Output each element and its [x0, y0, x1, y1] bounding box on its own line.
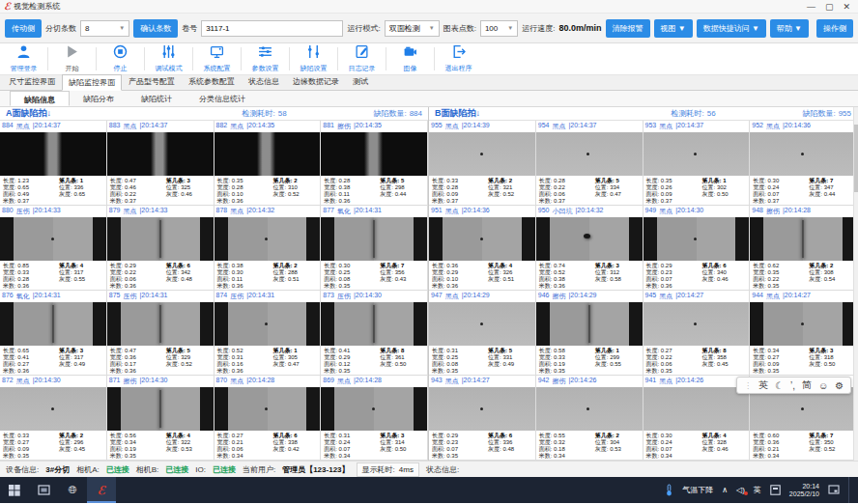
help-menu-button[interactable]: 帮助 ▼: [770, 19, 809, 38]
ime-toolbar[interactable]: ⋮ 英 ☾ ’, 简 ☺ ⚙: [736, 377, 851, 394]
defect-thumbnail[interactable]: [0, 132, 106, 176]
defect-cell-878[interactable]: 878黑点|20:14:32长度: 0.38宽度: 0.30面积: 0.11米数…: [214, 206, 322, 291]
defect-thumbnail[interactable]: [536, 302, 643, 346]
action-log-button[interactable]: 日志记录: [340, 44, 384, 73]
ime-language-badge[interactable]: 英: [754, 485, 761, 495]
defect-cell-951[interactable]: 951黑点|20:14:36长度: 0.36宽度: 0.29面积: 0.10米数…: [429, 206, 536, 291]
defect-thumbnail[interactable]: [429, 217, 535, 261]
notification-icon[interactable]: [828, 485, 840, 495]
defect-thumbnail[interactable]: [644, 132, 750, 176]
defect-cell-948[interactable]: 948擦伤|20:14:28长度: 0.62宽度: 0.35面积: 0.22米数…: [750, 206, 857, 291]
maximize-button[interactable]: ▢: [825, 2, 834, 12]
defect-thumbnail[interactable]: [644, 387, 750, 431]
clear-alarm-button[interactable]: 清除报警: [606, 19, 650, 38]
start-button[interactable]: [0, 477, 29, 503]
run-mode-select[interactable]: 双面检测▼: [385, 20, 440, 37]
taskbar-app-browser[interactable]: 🌐︎: [58, 477, 87, 503]
ime-panel-icon[interactable]: [770, 485, 781, 495]
weather-text[interactable]: 气温下降: [682, 485, 713, 495]
defect-thumbnail[interactable]: [321, 387, 427, 431]
chart-points-select[interactable]: 100▼: [480, 20, 518, 37]
defect-thumbnail[interactable]: [214, 302, 321, 346]
defect-cell-871[interactable]: 871擦伤|20:14:30长度: 0.56宽度: 0.34面积: 0.19米数…: [107, 376, 214, 461]
tab-系统参数配置[interactable]: 系统参数配置: [182, 73, 242, 90]
action-monitor-button[interactable]: 系统配置: [195, 44, 239, 73]
defect-cell-881[interactable]: 881擦伤|20:14:35长度: 0.28宽度: 0.38面积: 0.11米数…: [321, 121, 428, 206]
defect-cell-950[interactable]: 950小凹坑|20:14:32长度: 0.74宽度: 0.52面积: 0.38米…: [536, 206, 644, 291]
ime-drag-handle[interactable]: ⋮: [744, 381, 752, 390]
confirm-count-button[interactable]: 确认条数: [133, 19, 178, 38]
defect-thumbnail[interactable]: [750, 132, 856, 176]
subtab-缺陷分布[interactable]: 缺陷分布: [70, 91, 128, 106]
defect-thumbnail[interactable]: [0, 217, 106, 261]
action-debug-button[interactable]: 调试模式: [147, 44, 190, 73]
taskbar-clock[interactable]: 20:14 2025/2/10: [789, 483, 819, 498]
vertical-scrollbar[interactable]: [853, 107, 858, 461]
defect-thumbnail[interactable]: [750, 217, 856, 261]
defect-thumbnail[interactable]: [644, 302, 750, 346]
roll-number-input[interactable]: [201, 20, 343, 37]
task-view-button[interactable]: [29, 477, 58, 503]
defect-thumbnail[interactable]: [429, 302, 535, 346]
defect-thumbnail[interactable]: [321, 217, 427, 261]
minimize-button[interactable]: —: [807, 2, 815, 12]
defect-cell-873[interactable]: 873压伤|20:14:30长度: 0.41宽度: 0.29面积: 0.12米数…: [321, 291, 428, 376]
defect-thumbnail[interactable]: [536, 387, 643, 431]
ime-lang-en[interactable]: 英: [758, 378, 768, 392]
ime-moon-icon[interactable]: ☾: [775, 380, 784, 391]
drive-side-button[interactable]: 传动侧: [5, 19, 42, 38]
defect-thumbnail[interactable]: [0, 302, 106, 346]
taskbar-app-active[interactable]: ℰ: [87, 477, 116, 503]
defect-thumbnail[interactable]: [107, 387, 214, 431]
action-exit-button[interactable]: 退出程序: [437, 44, 480, 73]
action-camera-button[interactable]: 图像: [388, 44, 432, 73]
action-play-button[interactable]: 开始: [50, 44, 94, 73]
defect-thumbnail[interactable]: [321, 302, 427, 346]
defect-thumbnail[interactable]: [321, 132, 427, 176]
defect-cell-947[interactable]: 947黑点|20:14:29长度: 0.31宽度: 0.25面积: 0.08米数…: [429, 291, 536, 376]
defect-thumbnail[interactable]: [644, 217, 750, 261]
defect-thumbnail[interactable]: [750, 302, 856, 346]
defect-thumbnail[interactable]: [429, 387, 535, 431]
defect-cell-875[interactable]: 875压伤|20:14:31长度: 0.47宽度: 0.36面积: 0.17米数…: [107, 291, 214, 376]
subtab-缺陷统计[interactable]: 缺陷统计: [128, 91, 186, 106]
defect-thumbnail[interactable]: [214, 387, 321, 431]
operator-side-button[interactable]: 操作侧: [816, 19, 853, 38]
defect-cell-954[interactable]: 954黑点|20:14:37长度: 0.28宽度: 0.22面积: 0.06米数…: [536, 121, 644, 206]
defect-cell-879[interactable]: 879黑点|20:14:33长度: 0.29宽度: 0.22面积: 0.06米数…: [107, 206, 214, 291]
defect-thumbnail[interactable]: [429, 132, 535, 176]
scrollbar-thumb[interactable]: [854, 125, 858, 192]
subtab-缺陷信息[interactable]: 缺陷信息: [10, 91, 70, 106]
data-quick-access-menu-button[interactable]: 数据快捷访问 ▼: [697, 19, 766, 38]
defect-thumbnail[interactable]: [107, 302, 214, 346]
defect-cell-945[interactable]: 945黑点|20:14:27长度: 0.27宽度: 0.22面积: 0.06米数…: [644, 291, 751, 376]
ime-emoji-icon[interactable]: ☺: [818, 380, 828, 391]
tab-边缘数据记录[interactable]: 边缘数据记录: [286, 73, 346, 90]
defect-cell-884[interactable]: 884黑点|20:14:37长度: 1.23宽度: 0.65面积: 0.49米数…: [0, 121, 107, 206]
tray-expand-icon[interactable]: ∧: [722, 486, 728, 494]
defect-cell-949[interactable]: 949黑点|20:14:30长度: 0.29宽度: 0.23面积: 0.07米数…: [644, 206, 751, 291]
close-button[interactable]: ✕: [843, 2, 850, 12]
defect-thumbnail[interactable]: [214, 132, 321, 176]
defect-cell-946[interactable]: 946擦伤|20:14:29长度: 0.58宽度: 0.33面积: 0.19米数…: [536, 291, 644, 376]
tab-状态信息[interactable]: 状态信息: [242, 73, 286, 90]
view-menu-button[interactable]: 视图 ▼: [654, 19, 693, 38]
defect-cell-942[interactable]: 942擦伤|20:14:26长度: 0.55宽度: 0.32面积: 0.18米数…: [536, 376, 644, 461]
action-user-button[interactable]: 管理登录: [2, 44, 45, 73]
defect-cell-882[interactable]: 882黑点|20:14:35长度: 0.35宽度: 0.28面积: 0.10米数…: [214, 121, 322, 206]
defect-cell-955[interactable]: 955黑点|20:14:39长度: 0.33宽度: 0.28面积: 0.09米数…: [429, 121, 536, 206]
action-stop-button[interactable]: 停止: [99, 44, 142, 73]
defect-cell-869[interactable]: 869黑点|20:14:28长度: 0.31宽度: 0.24面积: 0.07米数…: [321, 376, 428, 461]
slit-count-select[interactable]: 8▼: [80, 20, 129, 37]
defect-cell-874[interactable]: 874压伤|20:14:31长度: 0.52宽度: 0.31面积: 0.16米数…: [214, 291, 322, 376]
defect-cell-876[interactable]: 876氧化|20:14:31长度: 0.65宽度: 0.41面积: 0.27米数…: [0, 291, 107, 376]
defect-cell-872[interactable]: 872黑点|20:14:30长度: 0.33宽度: 0.27面积: 0.09米数…: [0, 376, 107, 461]
subtab-分类信息统计[interactable]: 分类信息统计: [186, 91, 259, 106]
tab-测试[interactable]: 测试: [346, 73, 375, 90]
defect-cell-883[interactable]: 883黑点|20:14:37长度: 0.47宽度: 0.46面积: 0.22米数…: [107, 121, 214, 206]
ime-punctuation[interactable]: ’,: [790, 380, 795, 391]
defect-cell-944[interactable]: 944黑点|20:14:27长度: 0.34宽度: 0.27面积: 0.09米数…: [750, 291, 857, 376]
defect-cell-953[interactable]: 953黑点|20:14:37长度: 0.35宽度: 0.26面积: 0.09米数…: [644, 121, 751, 206]
defect-cell-952[interactable]: 952黑点|20:14:36长度: 0.30宽度: 0.24面积: 0.07米数…: [750, 121, 857, 206]
action-params-button[interactable]: 参数设置: [243, 44, 287, 73]
